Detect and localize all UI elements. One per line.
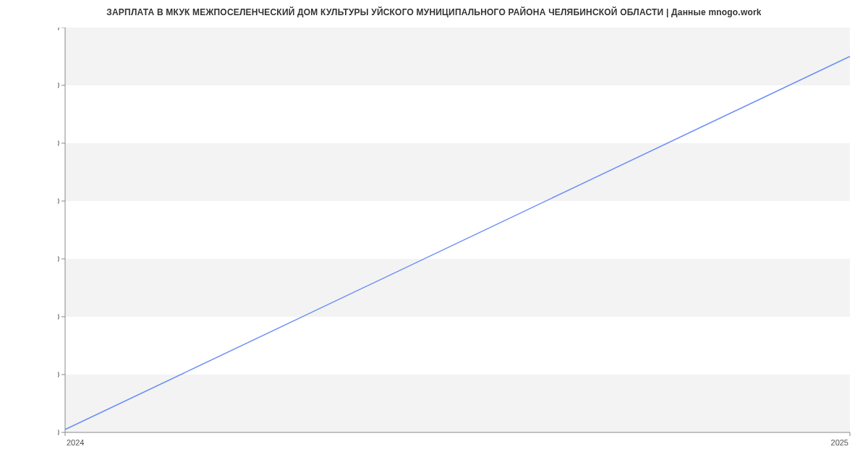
y-tick-label: 34000 bbox=[58, 81, 59, 90]
chart-svg: 2200024000260002800030000320003400036000… bbox=[58, 27, 857, 454]
y-tick-label: 32000 bbox=[58, 139, 59, 148]
grid-band bbox=[65, 375, 850, 432]
y-tick-label: 28000 bbox=[58, 255, 59, 263]
y-tick-label: 30000 bbox=[58, 197, 59, 205]
y-tick-label: 22000 bbox=[58, 428, 59, 437]
grid-band bbox=[65, 143, 850, 201]
grid-band bbox=[65, 27, 850, 85]
y-tick-label: 24000 bbox=[58, 370, 59, 379]
chart-title: ЗАРПЛАТА В МКУК МЕЖПОСЕЛЕНЧЕСКИЙ ДОМ КУЛ… bbox=[0, 0, 868, 17]
grid-band bbox=[65, 317, 850, 375]
y-tick-label: 36000 bbox=[58, 27, 59, 32]
y-tick-label: 26000 bbox=[58, 312, 59, 321]
salary-line-chart: ЗАРПЛАТА В МКУК МЕЖПОСЕЛЕНЧЕСКИЙ ДОМ КУЛ… bbox=[0, 0, 868, 470]
grid-band bbox=[65, 201, 850, 259]
x-tick-label: 2024 bbox=[67, 438, 84, 447]
x-tick-label: 2025 bbox=[831, 438, 848, 447]
plot-area: 2200024000260002800030000320003400036000… bbox=[58, 27, 857, 432]
grid-band bbox=[65, 259, 850, 317]
grid-band bbox=[65, 85, 850, 143]
